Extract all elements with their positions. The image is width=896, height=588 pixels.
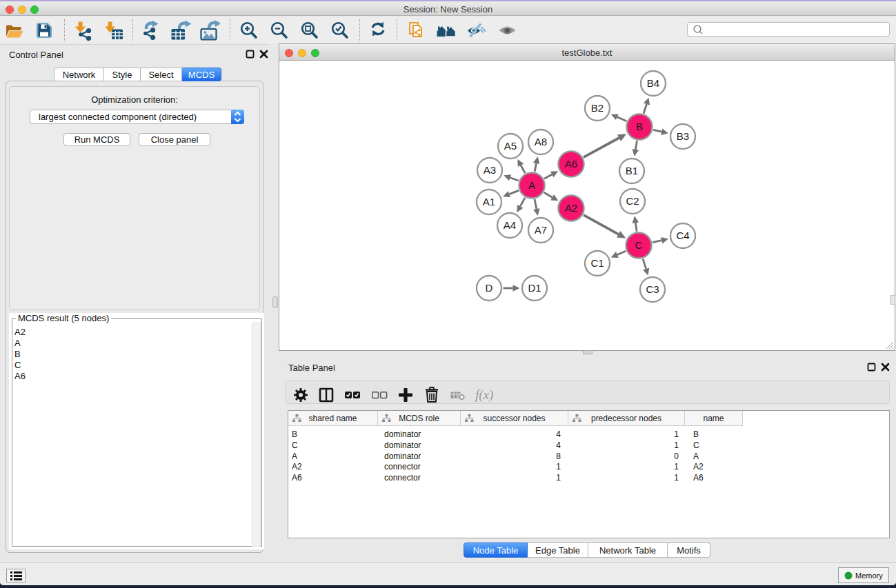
svg-text:B1: B1	[626, 165, 638, 176]
svg-text:A3: A3	[484, 164, 496, 176]
svg-text:B2: B2	[591, 102, 604, 114]
svg-text:A2: A2	[565, 202, 577, 214]
svg-text:f(x): f(x)	[475, 387, 493, 403]
svg-text:A5: A5	[504, 140, 517, 152]
svg-text:B3: B3	[677, 130, 689, 142]
svg-text:D: D	[486, 282, 493, 294]
svg-text:C4: C4	[676, 230, 689, 241]
svg-text:A7: A7	[535, 224, 547, 236]
svg-text:B: B	[636, 121, 643, 132]
svg-text:A1: A1	[483, 196, 495, 207]
svg-text:B4: B4	[647, 77, 659, 89]
svg-text:D1: D1	[528, 282, 541, 294]
svg-text:A8: A8	[535, 136, 547, 148]
svg-text:A6: A6	[565, 158, 577, 170]
svg-text:C: C	[635, 239, 643, 251]
svg-text:A4: A4	[504, 219, 516, 231]
svg-text:A: A	[528, 179, 535, 191]
svg-text:C3: C3	[646, 283, 659, 295]
svg-text:C1: C1	[590, 257, 604, 269]
svg-text:C2: C2	[626, 195, 639, 207]
